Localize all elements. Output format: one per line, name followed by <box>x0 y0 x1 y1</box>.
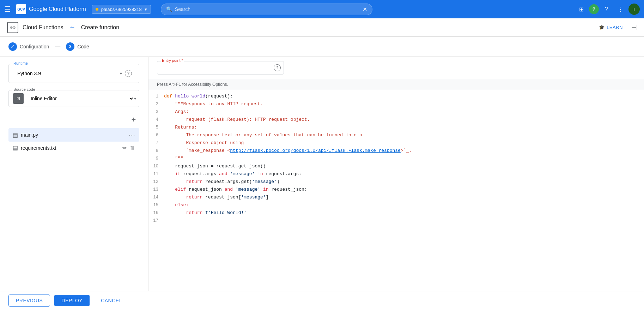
file-icon-requirements-txt: ▤ <box>13 144 18 151</box>
gcp-logo: GCP <box>16 4 26 14</box>
project-dropdown-icon: ▾ <box>145 7 147 12</box>
bottom-bar: PREVIOUS DEPLOY CANCEL <box>0 291 644 309</box>
line-number: 5 <box>148 124 164 131</box>
line-content: """Responds to any HTTP request. <box>164 101 644 108</box>
code-line: 12 return request.args.get('message') <box>148 178 644 186</box>
previous-button[interactable]: PREVIOUS <box>8 295 50 307</box>
code-line: 3 Args: <box>148 108 644 116</box>
source-code-select[interactable]: Inline Editor <box>26 92 134 105</box>
code-editor[interactable]: 1def hello_world(request):2 """Responds … <box>148 90 644 291</box>
line-content: request_json = request.get_json() <box>164 163 644 170</box>
line-content: return request_json['message'] <box>164 194 644 201</box>
line-content: """ <box>164 155 644 162</box>
step-2-number: 2 <box>66 42 74 51</box>
step-1-done-icon: ✓ <box>8 42 17 51</box>
search-label: Search <box>175 6 190 12</box>
runtime-label: Runtime <box>12 61 29 65</box>
code-line: 8 `make_response <http://flask.pocoo.org… <box>148 147 644 155</box>
learn-button[interactable]: 🎓 LEARN <box>599 25 623 30</box>
entry-point-wrapper: Entry point * hello_world ? <box>157 61 284 75</box>
left-panel: Runtime Python 3.9 ▾ ? Source code ⊡ Inl… <box>0 57 148 291</box>
file-item-requirements-txt[interactable]: ▤ requirements.txt ✏ 🗑 <box>8 142 139 154</box>
entry-point-input[interactable]: hello_world <box>157 61 274 74</box>
code-line: 1def hello_world(request): <box>148 93 644 101</box>
step-1: ✓ Configuration <box>8 42 49 51</box>
cloud-functions-icon: ⊙⊙ <box>7 22 18 33</box>
line-number: 14 <box>148 194 164 201</box>
runtime-field-group: Runtime Python 3.9 ▾ ? <box>8 64 139 83</box>
runtime-help-icon[interactable]: ? <box>125 70 132 77</box>
graduation-icon: 🎓 <box>599 25 605 30</box>
search-bar[interactable]: 🔍 Search cloud function ✕ <box>161 4 372 15</box>
support-icon[interactable]: ? <box>600 3 613 16</box>
line-content: Returns: <box>164 124 644 131</box>
project-selector[interactable]: palabs-6825938318 ▾ <box>92 5 151 14</box>
line-content: return f'Hello World!' <box>164 209 644 217</box>
brand: GCP Google Cloud Platform <box>16 4 86 14</box>
code-link[interactable]: http://flask.pocoo.org/docs/1.0/api/#fla… <box>230 148 401 153</box>
file-actions-requirements-txt: ✏ 🗑 <box>122 145 135 151</box>
source-editor-icon: ⊡ <box>13 93 24 104</box>
service-name: Cloud Functions <box>23 24 63 31</box>
stepper: ✓ Configuration — 2 Code <box>0 37 644 57</box>
help-icon[interactable]: ? <box>589 4 599 14</box>
cancel-button[interactable]: CANCEL <box>94 295 129 306</box>
line-number: 2 <box>148 101 164 108</box>
code-line: 16 return f'Hello World!' <box>148 209 644 217</box>
step-2: 2 Code <box>66 42 89 51</box>
source-dropdown-icon: ▾ <box>134 96 136 101</box>
menu-icon[interactable]: ☰ <box>4 5 11 13</box>
file-menu-main-py[interactable]: ⋯ <box>129 131 135 139</box>
code-line: 6 The response text or any set of values… <box>148 132 644 139</box>
right-panel: Entry point * hello_world ? Press Alt+F1… <box>148 57 644 291</box>
search-input[interactable]: cloud function <box>195 6 360 12</box>
breadcrumb-bar: ⊙⊙ Cloud Functions ← Create function 🎓 L… <box>0 18 644 37</box>
entry-point-label: Entry point * <box>161 58 184 63</box>
line-content: Response object using <box>164 139 644 147</box>
console-icon[interactable]: ⊞ <box>575 3 588 16</box>
deploy-button[interactable]: DEPLOY <box>54 295 90 306</box>
file-icon-main-py: ▤ <box>13 132 18 138</box>
line-number: 9 <box>148 155 164 162</box>
brand-name: Google Cloud Platform <box>29 6 86 12</box>
code-line: 2 """Responds to any HTTP request. <box>148 101 644 108</box>
code-line: 11 if request.args and 'message' in requ… <box>148 171 644 178</box>
accessibility-hint: Press Alt+F1 for Accessibility Options. <box>148 79 644 90</box>
add-file-button[interactable]: + <box>128 114 139 125</box>
back-button[interactable]: ← <box>69 24 75 31</box>
code-line: 17 <box>148 217 644 225</box>
line-number: 7 <box>148 139 164 147</box>
user-avatar[interactable]: I <box>628 4 640 15</box>
learn-label: LEARN <box>607 25 623 30</box>
line-number: 12 <box>148 178 164 185</box>
code-line: 14 return request_json['message'] <box>148 194 644 202</box>
line-content: request (flask.Request): HTTP request ob… <box>164 116 644 124</box>
clear-search-icon[interactable]: ✕ <box>363 6 367 13</box>
line-content: elif request_json and 'message' in reque… <box>164 186 644 194</box>
line-content: def hello_world(request): <box>164 93 644 100</box>
runtime-dropdown-icon: ▾ <box>120 71 122 76</box>
runtime-field-wrapper: Runtime Python 3.9 ▾ ? <box>8 64 139 83</box>
file-name-requirements-txt: requirements.txt <box>21 145 120 151</box>
line-content: if request.args and 'message' in request… <box>164 171 644 178</box>
edit-file-icon[interactable]: ✏ <box>122 145 127 151</box>
line-number: 8 <box>148 147 164 154</box>
more-options-icon[interactable]: ⋮ <box>614 3 627 16</box>
entry-point-help-icon[interactable]: ? <box>274 64 281 71</box>
line-number: 1 <box>148 93 164 100</box>
line-content: The response text or any set of values t… <box>164 132 644 139</box>
file-tree: + ▤ main.py ⋯ ▤ requirements.txt ✏ 🗑 <box>8 114 139 154</box>
file-item-main-py[interactable]: ▤ main.py ⋯ <box>8 128 139 142</box>
delete-file-icon[interactable]: 🗑 <box>130 145 135 151</box>
line-number: 16 <box>148 209 164 216</box>
step-2-label: Code <box>77 44 89 49</box>
line-number: 13 <box>148 186 164 193</box>
line-number: 6 <box>148 132 164 139</box>
collapse-panel-icon[interactable]: ⊣ <box>631 24 637 31</box>
nav-icons: ⊞ ? ? ⋮ I <box>575 3 640 16</box>
main-content: Runtime Python 3.9 ▾ ? Source code ⊡ Inl… <box>0 57 644 291</box>
search-icon: 🔍 <box>166 6 172 12</box>
file-name-main-py: main.py <box>21 132 126 138</box>
line-number: 3 <box>148 108 164 115</box>
runtime-select[interactable]: Python 3.9 <box>13 67 120 80</box>
